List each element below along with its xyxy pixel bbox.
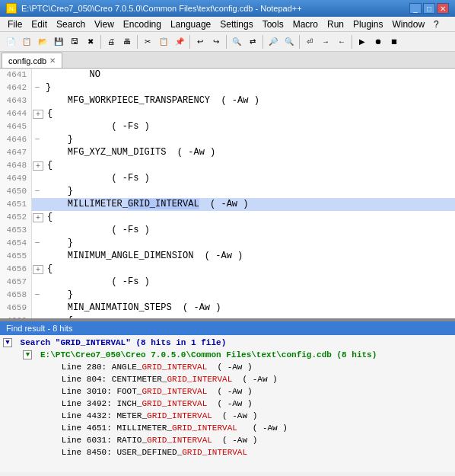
- separator-7: [352, 35, 352, 49]
- line-content: }: [43, 81, 51, 94]
- macro-stop-button[interactable]: ⏹: [387, 34, 402, 50]
- find-result-line[interactable]: Line 4432: METER_GRID_INTERVAL ( -Aw ): [0, 410, 455, 422]
- fold-indicator[interactable]: +: [33, 161, 43, 171]
- open-button[interactable]: 📂: [35, 34, 50, 50]
- menu-help[interactable]: ?: [429, 18, 444, 31]
- find-line-number: Line 280:: [21, 361, 112, 373]
- find-line-number: Line 6031:: [21, 434, 116, 446]
- find-match-highlight: GRID_INTERVAL: [172, 422, 237, 434]
- code-line: 4657 ( -Fs ): [0, 276, 455, 289]
- find-line-number: Line 3492:: [21, 398, 116, 410]
- find-result-suffix: ( -Aw ): [237, 422, 288, 434]
- line-number: 4647: [0, 146, 32, 159]
- find-result-prefix: ANGLE_: [112, 361, 142, 373]
- find-result-line[interactable]: Line 4651: MILLIMETER_GRID_INTERVAL ( -A…: [0, 422, 455, 434]
- line-content: {: [43, 315, 73, 318]
- macro-play-button[interactable]: ▶: [355, 34, 370, 50]
- separator-5: [262, 35, 263, 49]
- line-number: 4646: [0, 133, 32, 146]
- separator-6: [299, 35, 300, 49]
- window-title: E:\PTC\Creo7_050\Creo 7.0.5.0\Common Fil…: [21, 4, 405, 13]
- fold-indicator[interactable]: +: [33, 265, 43, 274]
- minimize-button[interactable]: _: [409, 3, 422, 14]
- find-search-header[interactable]: ▼ Search "GRID_INTERVAL" (8 hits in 1 fi…: [0, 337, 455, 349]
- highlighted-word: GRID_INTERVAL: [128, 199, 199, 209]
- menu-search[interactable]: Search: [52, 18, 90, 31]
- wrap-button[interactable]: ⏎: [302, 34, 317, 50]
- print-preview-button[interactable]: 🖶: [119, 34, 135, 50]
- zoom-in-button[interactable]: 🔎: [266, 34, 281, 50]
- find-results[interactable]: ▼ Search "GRID_INTERVAL" (8 hits in 1 fi…: [0, 335, 455, 472]
- find-expand-icon[interactable]: ▼: [3, 338, 12, 347]
- separator-2: [137, 35, 138, 49]
- close-button2[interactable]: ✖: [83, 34, 98, 50]
- menu-tools[interactable]: Tools: [258, 18, 288, 31]
- save-button[interactable]: 💾: [51, 34, 66, 50]
- save-all-button[interactable]: 🖫: [67, 34, 82, 50]
- fold-indicator: ─: [32, 81, 43, 94]
- find-file-header[interactable]: ▼ E:\PTC\Creo7_050\Creo 7.0.5.0\Common F…: [0, 349, 455, 361]
- line-content: }: [43, 133, 73, 146]
- outdent-button[interactable]: ←: [334, 34, 349, 50]
- undo-button[interactable]: ↩: [192, 34, 208, 50]
- window-controls[interactable]: _ □ ✕: [409, 3, 449, 14]
- find-result-prefix: CENTIMETER_: [112, 373, 167, 385]
- fold-indicator[interactable]: +: [33, 110, 43, 119]
- code-line: 4654─ }: [0, 237, 455, 250]
- line-content: ( -Fs ): [43, 224, 150, 237]
- print-button[interactable]: 🖨: [103, 34, 119, 50]
- new-file-button[interactable]: 📋: [19, 34, 34, 50]
- copy-button[interactable]: 📋: [156, 34, 171, 50]
- menu-settings[interactable]: Settings: [215, 18, 257, 31]
- replace-button[interactable]: ⇄: [245, 34, 260, 50]
- find-result-line[interactable]: Line 8450: USER_DEFINED_GRID_INTERVAL: [0, 446, 455, 458]
- line-number: 4645: [0, 120, 32, 133]
- indent-button[interactable]: →: [318, 34, 333, 50]
- find-result-line[interactable]: Line 3010: FOOT_GRID_INTERVAL ( -Aw ): [0, 385, 455, 398]
- line-number: 4649: [0, 172, 32, 185]
- line-number: 4656: [0, 263, 32, 276]
- find-result-line[interactable]: Line 804: CENTIMETER_GRID_INTERVAL ( -Aw…: [0, 373, 455, 385]
- line-content: }: [43, 289, 73, 302]
- line-content: MFG_XYZ_NUM_DIGITS ( -Aw ): [43, 146, 215, 159]
- menu-window[interactable]: Window: [387, 18, 429, 31]
- find-match-highlight: GRID_INTERVAL: [142, 398, 207, 410]
- find-result-suffix: ( -Aw ): [207, 385, 252, 398]
- find-button[interactable]: 🔍: [229, 34, 244, 50]
- menu-edit[interactable]: Edit: [27, 18, 52, 31]
- line-number: 4659: [0, 302, 32, 315]
- tab-close-icon[interactable]: ✕: [49, 56, 56, 65]
- code-line: 4643 MFG_WORKPIECE_TRANSPARENCY ( -Aw ): [0, 94, 455, 107]
- fold-indicator[interactable]: +: [33, 213, 43, 222]
- menu-run[interactable]: Run: [323, 18, 348, 31]
- menu-file[interactable]: File: [3, 18, 27, 31]
- tab-label: config.cdb: [8, 56, 46, 65]
- line-number: 4654: [0, 237, 32, 250]
- code-view[interactable]: 4641 NO4642─}4643 MFG_WORKPIECE_TRANSPAR…: [0, 69, 455, 318]
- find-line-number: Line 804:: [21, 373, 112, 385]
- menu-encoding[interactable]: Encoding: [119, 18, 166, 31]
- menu-plugins[interactable]: Plugins: [348, 18, 387, 31]
- find-result-line[interactable]: Line 6031: RATIO_GRID_INTERVAL ( -Aw ): [0, 434, 455, 446]
- fold-indicator: ─: [32, 133, 43, 146]
- find-header-label: Find result - 8 hits: [6, 324, 72, 333]
- editor-area[interactable]: 4641 NO4642─}4643 MFG_WORKPIECE_TRANSPAR…: [0, 69, 455, 320]
- menu-view[interactable]: View: [90, 18, 119, 31]
- zoom-out-button[interactable]: 🔍: [282, 34, 297, 50]
- close-button[interactable]: ✕: [437, 3, 449, 14]
- redo-button[interactable]: ↪: [208, 34, 224, 50]
- cut-button[interactable]: ✂: [140, 34, 155, 50]
- new-button[interactable]: 📄: [3, 34, 18, 50]
- tab-bar: config.cdb ✕: [0, 52, 455, 69]
- find-file-expand-icon[interactable]: ▼: [23, 350, 32, 359]
- separator-4: [226, 35, 227, 49]
- tab-config-cdb[interactable]: config.cdb ✕: [2, 53, 62, 68]
- menu-language[interactable]: Language: [166, 18, 215, 31]
- macro-rec-button[interactable]: ⏺: [371, 34, 386, 50]
- menu-macro[interactable]: Macro: [288, 18, 323, 31]
- find-result-line[interactable]: Line 3492: INCH_GRID_INTERVAL ( -Aw ): [0, 398, 455, 410]
- find-result-line[interactable]: Line 280: ANGLE_GRID_INTERVAL ( -Aw ): [0, 361, 455, 373]
- paste-button[interactable]: 📌: [172, 34, 187, 50]
- maximize-button[interactable]: □: [423, 3, 435, 14]
- line-content: ( -Fs ): [43, 276, 150, 289]
